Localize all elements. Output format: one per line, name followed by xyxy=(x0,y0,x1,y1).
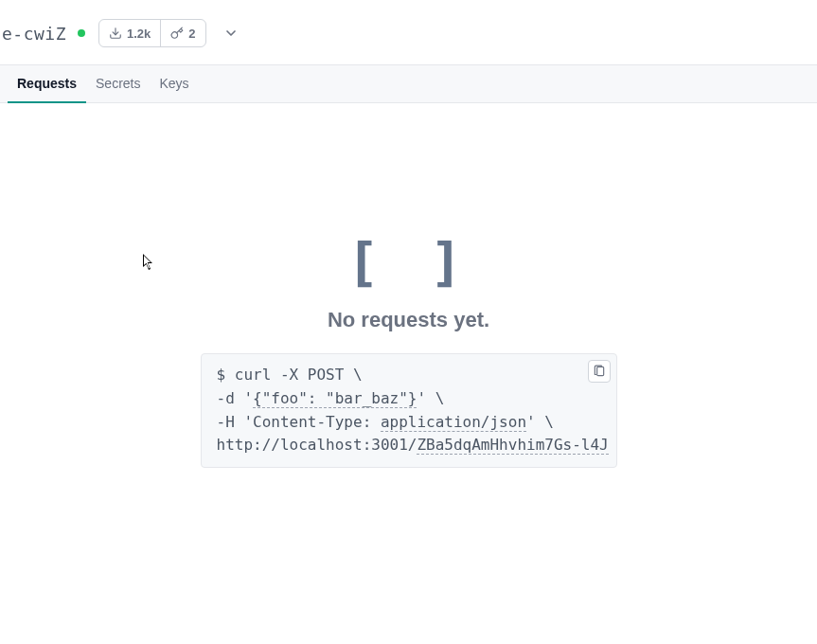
content-type-placeholder[interactable]: application/json xyxy=(381,413,526,432)
tab-bar: Requests Secrets Keys xyxy=(0,65,817,103)
endpoint-title: e-cwiZ xyxy=(0,24,66,44)
tab-secrets[interactable]: Secrets xyxy=(86,65,150,103)
code-content: $ curl -X POST \ -d '{"foo": "bar_baz"}'… xyxy=(217,364,601,457)
example-code-block: $ curl -X POST \ -d '{"foo": "bar_baz"}'… xyxy=(201,353,617,468)
clipboard-icon xyxy=(593,365,606,378)
downloads-count: 1.2k xyxy=(127,27,151,41)
more-menu-button[interactable] xyxy=(220,22,242,45)
keys-count: 2 xyxy=(188,27,195,41)
keys-badge[interactable]: 2 xyxy=(160,20,204,46)
key-icon xyxy=(170,27,184,40)
payload-placeholder[interactable]: {"foo": "bar_baz"} xyxy=(253,389,417,408)
status-dot-online xyxy=(78,29,85,37)
empty-state: [ ] No requests yet. $ curl -X POST \ -d… xyxy=(0,103,817,468)
download-icon xyxy=(109,27,122,40)
chevron-down-icon xyxy=(223,26,239,41)
downloads-badge[interactable]: 1.2k xyxy=(99,20,160,46)
page-header: e-cwiZ 1.2k 2 xyxy=(0,0,817,65)
tab-keys[interactable]: Keys xyxy=(151,65,199,103)
copy-button[interactable] xyxy=(588,360,611,383)
brackets-icon: [ ] xyxy=(346,236,471,289)
svg-rect-1 xyxy=(596,367,603,375)
tab-label: Keys xyxy=(160,76,189,91)
empty-heading: No requests yet. xyxy=(328,308,489,332)
tab-requests[interactable]: Requests xyxy=(8,65,86,103)
stats-badge-group: 1.2k 2 xyxy=(98,19,206,47)
endpoint-id-placeholder[interactable]: ZBa5dqAmHhvhim7Gs-l4J xyxy=(417,436,608,455)
tab-label: Secrets xyxy=(96,76,140,91)
tab-label: Requests xyxy=(17,76,77,91)
